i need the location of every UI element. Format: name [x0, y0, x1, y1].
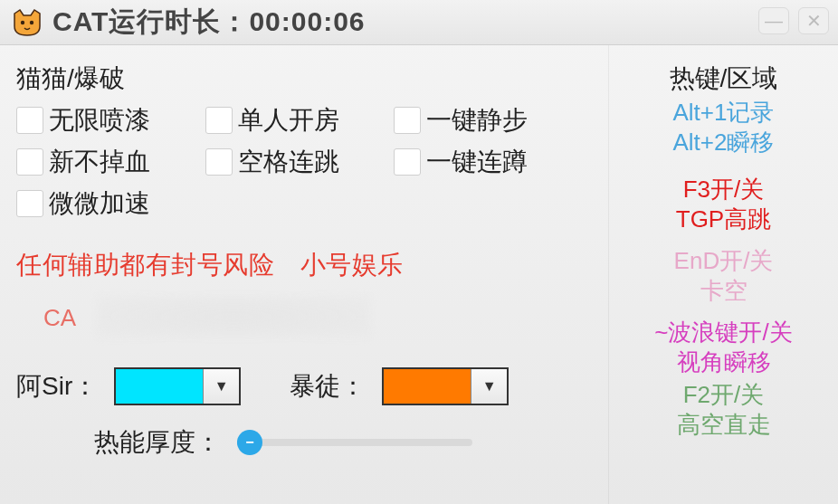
minimize-button[interactable]: — [758, 7, 789, 34]
hotkey-f2-skywalk: F2开/关 高空直走 [616, 380, 831, 439]
checkbox-bunny-hop[interactable]: 空格连跳 [205, 145, 389, 179]
title-prefix: CAT运行时长： [52, 6, 249, 36]
chevron-down-icon[interactable]: ▼ [203, 369, 239, 404]
checkbox-box[interactable] [394, 148, 421, 176]
color-b-label: 暴徒： [290, 369, 366, 404]
window-controls: — ✕ [758, 7, 829, 34]
checkbox-unlimited-spray[interactable]: 无限喷漆 [16, 103, 200, 138]
cat-icon [11, 8, 43, 37]
checkbox-box[interactable] [16, 107, 43, 134]
chevron-down-icon[interactable]: ▼ [471, 369, 507, 404]
hotkey-tilde-view: ~波浪键开/关 视角瞬移 [616, 318, 831, 376]
color-a-label: 阿Sir： [16, 369, 98, 404]
checkbox-box[interactable] [205, 107, 233, 134]
censor-smudge [98, 297, 369, 337]
checkbox-label: 单人开房 [238, 103, 339, 138]
checkbox-box[interactable] [394, 107, 421, 134]
svg-point-0 [21, 20, 24, 24]
checkbox-crouch-spam[interactable]: 一键连蹲 [394, 145, 577, 179]
svg-point-1 [30, 20, 33, 24]
hotkey-tgp-jump: F3开/关 TGP高跳 [616, 175, 831, 233]
checkbox-label: 新不掉血 [49, 145, 150, 179]
checkbox-silent-walk[interactable]: 一键静步 [394, 103, 577, 138]
censored-text: CA [43, 304, 76, 332]
close-button[interactable]: ✕ [798, 7, 829, 34]
checkbox-box[interactable] [16, 190, 43, 217]
checkbox-box[interactable] [205, 148, 233, 176]
color-a-swatch [116, 369, 203, 404]
color-b-dropdown[interactable]: ▼ [382, 367, 509, 405]
hotkey-panel: 热键/区域 Alt+1记录 Alt+2瞬移 F3开/关 TGP高跳 EnD开/关… [608, 45, 838, 504]
hotkey-record-teleport: Alt+1记录 Alt+2瞬移 [616, 98, 831, 157]
checkbox-no-blood-loss[interactable]: 新不掉血 [16, 145, 200, 179]
title-time: 00:00:06 [249, 6, 365, 36]
checkbox-label: 一键连蹲 [426, 145, 528, 179]
checkbox-box[interactable] [16, 148, 43, 176]
warning-text: 任何辅助都有封号风险 小号娱乐 [16, 248, 599, 282]
hotkey-end-air: EnD开/关 卡空 [616, 246, 831, 305]
color-b-swatch [384, 369, 471, 404]
censored-line: CA [16, 297, 599, 342]
color-a-dropdown[interactable]: ▼ [114, 367, 241, 405]
color-row: 阿Sir： ▼ 暴徒： ▼ [16, 367, 599, 405]
slider-label: 热能厚度： [94, 425, 221, 460]
checkbox-solo-room[interactable]: 单人开房 [205, 103, 389, 138]
slider-row: 热能厚度： − [16, 425, 599, 460]
section-title-cat: 猫猫/爆破 [16, 62, 599, 96]
slider-track [237, 439, 472, 446]
left-panel: 猫猫/爆破 无限喷漆 单人开房 一键静步 新不掉血 空格连跳 [0, 45, 608, 504]
checkbox-grid: 无限喷漆 单人开房 一键静步 新不掉血 空格连跳 一键连蹲 [16, 103, 577, 221]
thermal-slider[interactable]: − [237, 429, 472, 456]
checkbox-label: 无限喷漆 [49, 103, 150, 138]
main-content: 猫猫/爆破 无限喷漆 单人开房 一键静步 新不掉血 空格连跳 [0, 45, 838, 504]
slider-thumb[interactable]: − [237, 430, 262, 455]
window-title: CAT运行时长：00:00:06 [52, 4, 366, 41]
checkbox-label: 空格连跳 [238, 145, 339, 179]
checkbox-label: 微微加速 [49, 186, 150, 221]
titlebar: CAT运行时长：00:00:06 — ✕ [0, 0, 838, 45]
checkbox-label: 一键静步 [426, 103, 528, 138]
checkbox-mini-speed[interactable]: 微微加速 [16, 186, 200, 221]
hotkey-title: 热键/区域 [616, 62, 831, 96]
